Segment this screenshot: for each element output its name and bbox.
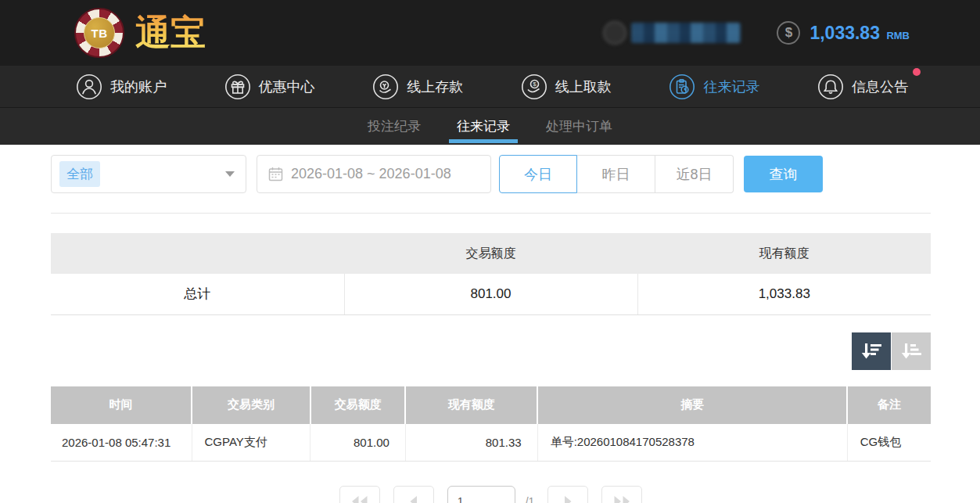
- sort-descending-icon: [861, 342, 882, 361]
- quick-btn-yesterday[interactable]: 昨日: [577, 155, 655, 193]
- balance-display[interactable]: $ 1,033.83 RMB: [777, 21, 910, 45]
- nav-item-deposit[interactable]: 线上存款: [372, 74, 463, 100]
- date-range-input[interactable]: 2026-01-08 ~ 2026-01-08: [257, 155, 491, 193]
- main-content: 全部 2026-01-08 ~ 2026-01-08 今日 昨日 近8日 查询 …: [0, 145, 980, 503]
- nav-item-my-account[interactable]: 我的账户: [76, 74, 167, 100]
- cell-type: CGPAY支付: [192, 424, 311, 462]
- double-left-arrow-icon: [350, 494, 369, 503]
- nav-item-withdraw[interactable]: $ 线上取款: [521, 74, 612, 100]
- records-header-row: 时间 交易类别 交易额度 现有额度 摘要 备注: [51, 386, 931, 424]
- page-number-input[interactable]: [447, 486, 515, 503]
- header-amount: 交易额度: [311, 386, 406, 424]
- date-range-value: 2026-01-08 ~ 2026-01-08: [291, 166, 451, 182]
- sub-nav: 投注纪录 往来记录 处理中订单: [0, 107, 980, 145]
- page-total-label: /1: [526, 486, 535, 503]
- username-blurred: [631, 23, 741, 43]
- prev-page-button[interactable]: [393, 486, 434, 503]
- site-title: 通宝: [135, 9, 206, 56]
- main-nav: 我的账户 优惠中心 线上存款 $: [0, 66, 980, 107]
- header-note: 备注: [847, 386, 931, 424]
- dollar-icon: $: [777, 21, 800, 45]
- last-page-button[interactable]: [601, 486, 642, 503]
- sort-ascending-button[interactable]: [892, 332, 931, 370]
- nav-label: 往来记录: [703, 77, 759, 96]
- notification-dot: [913, 68, 921, 76]
- summary-header-transaction: 交易额度: [344, 233, 637, 274]
- user-account[interactable]: [603, 21, 741, 45]
- next-page-button[interactable]: [547, 486, 588, 503]
- summary-total-row: 总计 801.00 1,033.83: [51, 274, 931, 314]
- double-right-arrow-icon: [612, 494, 631, 503]
- avatar: [603, 21, 626, 45]
- cell-note: CG钱包: [847, 424, 931, 462]
- gift-icon: [224, 74, 251, 100]
- nav-item-announcements[interactable]: 信息公告: [817, 74, 908, 100]
- quick-btn-today[interactable]: 今日: [499, 155, 577, 193]
- nav-label: 我的账户: [110, 77, 167, 96]
- sort-controls: [51, 332, 931, 370]
- tab-betting-records[interactable]: 投注纪录: [366, 108, 422, 145]
- user-icon: [76, 74, 102, 100]
- filter-row: 全部 2026-01-08 ~ 2026-01-08 今日 昨日 近8日 查询: [51, 155, 931, 193]
- nav-label: 线上取款: [555, 77, 612, 96]
- header-type: 交易类别: [192, 386, 311, 424]
- sort-descending-button[interactable]: [852, 332, 891, 370]
- svg-text:$: $: [533, 81, 537, 88]
- right-arrow-icon: [558, 494, 577, 503]
- withdraw-icon: $: [521, 74, 547, 100]
- summary-total-transaction: 801.00: [344, 274, 637, 314]
- balance-amount: 1,033.83: [809, 23, 880, 43]
- nav-item-promo-center[interactable]: 优惠中心: [224, 74, 315, 100]
- summary-header-row: 交易额度 现有额度: [51, 233, 931, 274]
- first-page-button[interactable]: [339, 486, 380, 503]
- records-table: 时间 交易类别 交易额度 现有额度 摘要 备注 2026-01-08 05:47…: [51, 386, 931, 462]
- cell-balance: 801.33: [405, 424, 537, 462]
- records-icon: [669, 74, 695, 100]
- header-time: 时间: [51, 386, 192, 424]
- type-selected-chip: 全部: [59, 161, 100, 187]
- summary-table: 交易额度 现有额度 总计 801.00 1,033.83: [51, 233, 931, 315]
- nav-item-transaction-records[interactable]: 往来记录: [669, 74, 759, 100]
- summary-header-empty: [51, 233, 344, 274]
- site-logo[interactable]: TB 通宝: [74, 8, 206, 58]
- quick-date-group: 今日 昨日 近8日: [499, 155, 734, 193]
- top-header: TB 通宝 $ 1,033.83 RMB: [0, 0, 980, 66]
- nav-label: 信息公告: [852, 77, 908, 96]
- cell-time: 2026-01-08 05:47:31: [51, 424, 192, 462]
- nav-label: 线上存款: [407, 77, 463, 96]
- summary-header-balance: 现有额度: [637, 233, 931, 274]
- cell-amount: 801.00: [311, 424, 406, 462]
- balance-currency: RMB: [886, 30, 910, 41]
- summary-total-balance: 1,033.83: [637, 274, 931, 314]
- type-select-dropdown[interactable]: 全部: [51, 155, 246, 193]
- quick-btn-last8days[interactable]: 近8日: [655, 155, 734, 193]
- summary-total-label: 总计: [51, 274, 344, 314]
- query-button[interactable]: 查询: [744, 156, 823, 192]
- tab-transaction-records[interactable]: 往来记录: [455, 108, 512, 145]
- tab-processing-orders[interactable]: 处理中订单: [544, 108, 614, 145]
- calendar-icon: [268, 167, 283, 181]
- chip-logo-icon: TB: [74, 8, 124, 58]
- left-arrow-icon: [404, 494, 423, 503]
- cell-summary: 单号:202601084170528378: [537, 424, 847, 462]
- pagination: /1: [51, 486, 931, 503]
- section-divider: [51, 213, 931, 214]
- bell-icon: [817, 74, 844, 100]
- chip-logo-badge: TB: [84, 17, 115, 49]
- sort-ascending-icon: [901, 342, 922, 361]
- header-summary: 摘要: [537, 386, 847, 424]
- table-row: 2026-01-08 05:47:31 CGPAY支付 801.00 801.3…: [51, 424, 931, 462]
- deposit-icon: [372, 74, 399, 100]
- nav-label: 优惠中心: [259, 77, 315, 96]
- header-balance: 现有额度: [405, 386, 537, 424]
- chevron-down-icon: [225, 171, 235, 177]
